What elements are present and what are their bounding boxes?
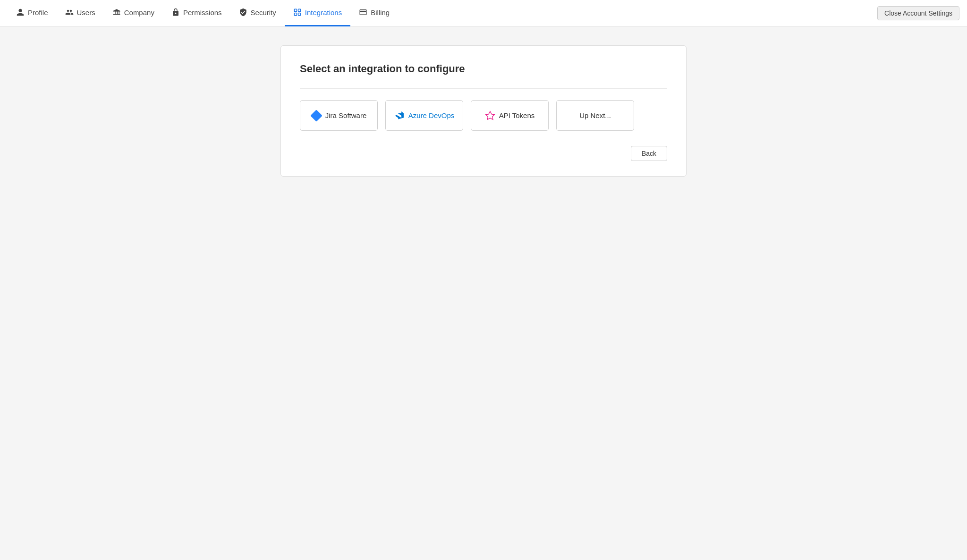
main-content: Select an integration to configure Jira … xyxy=(0,26,967,195)
svg-rect-1 xyxy=(298,9,300,11)
credit-card-icon xyxy=(359,8,367,17)
users-icon xyxy=(65,8,74,17)
api-tokens-icon xyxy=(485,110,495,121)
nav-company-label: Company xyxy=(124,8,154,17)
lock-icon xyxy=(171,8,180,17)
nav-items: Profile Users Company Permissions Securi xyxy=(8,0,877,26)
nav-item-security[interactable]: Security xyxy=(230,0,285,26)
nav-profile-label: Profile xyxy=(28,8,48,17)
nav-item-users[interactable]: Users xyxy=(57,0,104,26)
svg-rect-3 xyxy=(298,13,300,16)
footer-actions: Back xyxy=(300,146,667,161)
building-icon xyxy=(112,8,121,17)
azure-devops-card[interactable]: Azure DevOps xyxy=(385,100,463,131)
azure-icon xyxy=(394,110,405,121)
nav-item-company[interactable]: Company xyxy=(104,0,163,26)
jira-software-card[interactable]: Jira Software xyxy=(300,100,378,131)
svg-rect-2 xyxy=(294,13,297,16)
nav-item-integrations[interactable]: Integrations xyxy=(285,0,350,26)
nav-integrations-label: Integrations xyxy=(305,8,342,17)
card-title: Select an integration to configure xyxy=(300,63,667,75)
svg-marker-4 xyxy=(486,111,494,119)
nav-item-profile[interactable]: Profile xyxy=(8,0,57,26)
integrations-card: Select an integration to configure Jira … xyxy=(280,45,687,177)
nav-billing-label: Billing xyxy=(371,8,390,17)
azure-label: Azure DevOps xyxy=(408,111,455,119)
nav-users-label: Users xyxy=(77,8,95,17)
integrations-icon xyxy=(293,8,302,17)
divider xyxy=(300,88,667,89)
person-icon xyxy=(16,8,25,17)
shield-icon xyxy=(239,8,247,17)
integration-grid: Jira Software Azure DevOps API Tokens xyxy=(300,100,667,131)
nav-security-label: Security xyxy=(251,8,276,17)
jira-label: Jira Software xyxy=(325,111,367,119)
nav-item-permissions[interactable]: Permissions xyxy=(163,0,230,26)
svg-rect-0 xyxy=(294,9,297,11)
nav-item-billing[interactable]: Billing xyxy=(350,0,398,26)
up-next-label: Up Next... xyxy=(579,111,611,119)
up-next-card[interactable]: Up Next... xyxy=(556,100,634,131)
jira-icon xyxy=(311,110,322,121)
back-button[interactable]: Back xyxy=(631,146,667,161)
api-tokens-label: API Tokens xyxy=(499,111,535,119)
api-tokens-card[interactable]: API Tokens xyxy=(471,100,549,131)
close-account-settings-button[interactable]: Close Account Settings xyxy=(877,6,959,20)
top-navigation: Profile Users Company Permissions Securi xyxy=(0,0,967,26)
nav-permissions-label: Permissions xyxy=(183,8,222,17)
